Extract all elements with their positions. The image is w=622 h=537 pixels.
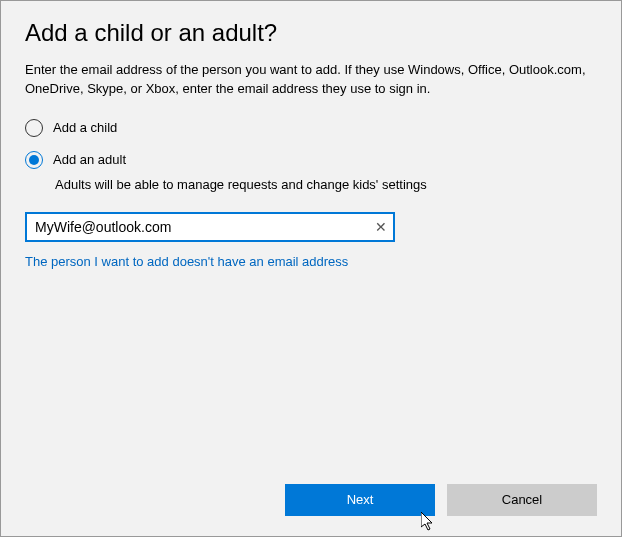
dialog-title: Add a child or an adult? xyxy=(25,19,597,47)
clear-input-icon[interactable]: ✕ xyxy=(375,220,387,234)
email-input[interactable] xyxy=(25,212,395,242)
radio-icon xyxy=(25,119,43,137)
no-email-link[interactable]: The person I want to add doesn't have an… xyxy=(25,254,597,269)
radio-add-adult[interactable]: Add an adult xyxy=(25,151,597,169)
radio-add-child[interactable]: Add a child xyxy=(25,119,597,137)
radio-label: Add an adult xyxy=(53,152,126,167)
radio-icon xyxy=(25,151,43,169)
dialog-button-bar: Next Cancel xyxy=(285,484,597,516)
next-button[interactable]: Next xyxy=(285,484,435,516)
email-input-container: ✕ xyxy=(25,212,395,242)
radio-adult-hint: Adults will be able to manage requests a… xyxy=(55,177,597,192)
cancel-button[interactable]: Cancel xyxy=(447,484,597,516)
radio-label: Add a child xyxy=(53,120,117,135)
member-type-radio-group: Add a child Add an adult Adults will be … xyxy=(25,119,597,192)
add-family-member-dialog: Add a child or an adult? Enter the email… xyxy=(0,0,622,537)
dialog-description: Enter the email address of the person yo… xyxy=(25,61,597,99)
radio-selected-dot-icon xyxy=(29,155,39,165)
